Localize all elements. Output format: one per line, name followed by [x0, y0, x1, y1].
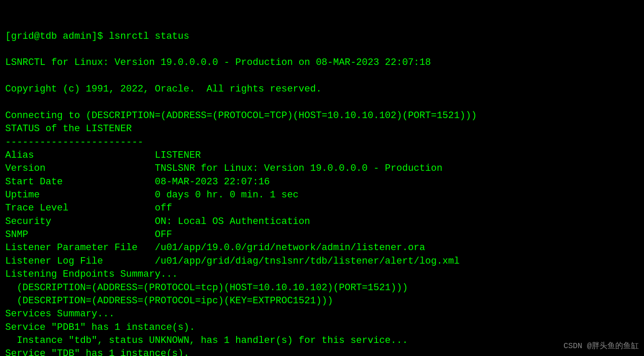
- terminal-line: [5, 70, 639, 83]
- terminal-line: Listening Endpoints Summary...: [5, 268, 639, 281]
- terminal-line: [5, 43, 639, 56]
- terminal-line: Listener Parameter File /u01/app/19.0.0/…: [5, 241, 639, 254]
- terminal-line: Connecting to (DESCRIPTION=(ADDRESS=(PRO…: [5, 109, 639, 122]
- terminal-line: STATUS of the LISTENER: [5, 122, 639, 136]
- terminal-line: Services Summary...: [5, 308, 639, 321]
- terminal-line: Copyright (c) 1991, 2022, Oracle. All ri…: [5, 83, 639, 96]
- terminal-line: Version TNSLSNR for Linux: Version 19.0.…: [5, 162, 639, 175]
- terminal-line: (DESCRIPTION=(ADDRESS=(PROTOCOL=ipc)(KEY…: [5, 295, 639, 308]
- terminal-line: Service "PDB1" has 1 instance(s).: [5, 321, 639, 334]
- terminal-line: ------------------------: [5, 136, 639, 149]
- terminal-line: Start Date 08-MAR-2023 22:07:16: [5, 176, 639, 189]
- terminal-window: [grid@tdb admin]$ lsnrctl status LSNRCTL…: [0, 0, 644, 356]
- terminal-line: Uptime 0 days 0 hr. 0 min. 1 sec: [5, 189, 639, 202]
- terminal-line: Security ON: Local OS Authentication: [5, 215, 639, 228]
- terminal-line: SNMP OFF: [5, 228, 639, 241]
- terminal-line: [5, 96, 639, 109]
- terminal-line: (DESCRIPTION=(ADDRESS=(PROTOCOL=tcp)(HOS…: [5, 281, 639, 295]
- terminal-content: [grid@tdb admin]$ lsnrctl status LSNRCTL…: [5, 30, 639, 356]
- terminal-line: Listener Log File /u01/app/grid/diag/tns…: [5, 255, 639, 268]
- terminal-line: Alias LISTENER: [5, 149, 639, 162]
- terminal-line: [grid@tdb admin]$ lsnrctl status: [5, 30, 639, 43]
- terminal-line: Trace Level off: [5, 202, 639, 215]
- terminal-line: Instance "tdb", status UNKNOWN, has 1 ha…: [5, 334, 639, 347]
- terminal-line: Service "TDB" has 1 instance(s).: [5, 347, 639, 356]
- watermark: CSDN @胖头鱼的鱼缸: [563, 341, 639, 352]
- terminal-line: LSNRCTL for Linux: Version 19.0.0.0.0 - …: [5, 56, 639, 69]
